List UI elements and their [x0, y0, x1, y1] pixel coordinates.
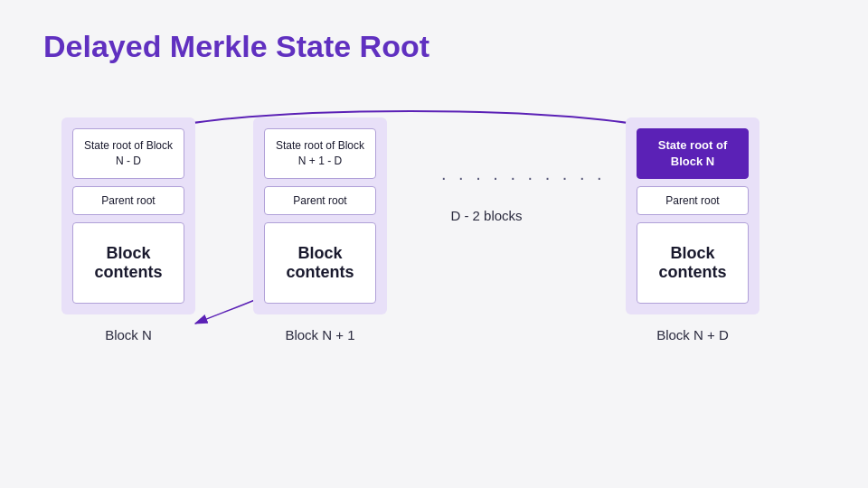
diagram-area: State root of Block N - D Parent root Bl…: [0, 90, 868, 488]
dots-separator: · · · · · · · · · ·: [441, 167, 606, 188]
block-nd-wrap: State root of Block N Parent root Block …: [626, 117, 760, 343]
block-n-label: Block N: [105, 327, 152, 343]
block-n1-wrap: State root of Block N + 1 - D Parent roo…: [253, 117, 387, 343]
block-n1-label: Block N + 1: [285, 327, 354, 343]
block-nd-card: State root of Block N Parent root Block …: [626, 117, 760, 314]
block-nd-contents: Block contents: [637, 222, 749, 304]
block-n1-parent-root: Parent root: [264, 186, 376, 215]
block-n-state-root: State root of Block N - D: [72, 128, 184, 179]
block-n1-contents: Block contents: [264, 222, 376, 304]
block-n-contents: Block contents: [72, 222, 184, 304]
block-n1-state-root: State root of Block N + 1 - D: [264, 128, 376, 179]
page-title: Delayed Merkle State Root: [43, 29, 429, 64]
block-n1-card: State root of Block N + 1 - D Parent roo…: [253, 117, 387, 314]
block-n-wrap: State root of Block N - D Parent root Bl…: [61, 117, 195, 343]
block-n-card: State root of Block N - D Parent root Bl…: [61, 117, 195, 314]
block-n-parent-root: Parent root: [72, 186, 184, 215]
block-nd-label: Block N + D: [656, 327, 729, 343]
d2-blocks-label: D - 2 blocks: [432, 208, 541, 223]
block-nd-state-root: State root of Block N: [637, 128, 749, 179]
block-nd-parent-root: Parent root: [637, 186, 749, 215]
